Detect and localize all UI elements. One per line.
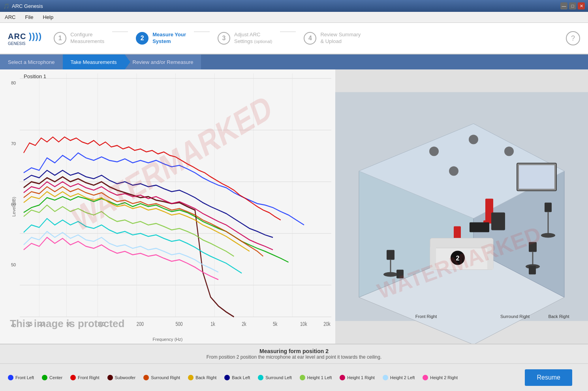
- legend-label: Back Left: [232, 375, 250, 380]
- legend-label: Subwoofer: [115, 375, 136, 380]
- legend-color-dot: [340, 375, 345, 380]
- arc-logo: ARC )))) GENESIS: [8, 31, 42, 46]
- step-2-label: Measure YourSystem: [152, 32, 186, 45]
- steps-container: 1 ConfigureMeasurements 2 Measure YourSy…: [54, 32, 566, 45]
- svg-point-33: [504, 147, 514, 156]
- legend-color-dot: [143, 375, 149, 380]
- legend-color-dot: [300, 375, 305, 380]
- main-content: Position 1 Level (dB) Frequency (Hz) 80 …: [0, 69, 588, 344]
- legend-item: Back Left: [224, 375, 250, 380]
- step-1-label: ConfigureMeasurements: [70, 32, 104, 45]
- subnav-select-microphone[interactable]: Select a Microphone: [0, 54, 63, 69]
- room-svg: 2 WATERMARKED Front Right Surround Right…: [335, 69, 588, 344]
- legend-item: Front Right: [70, 375, 99, 380]
- legend-color-dot: [42, 375, 47, 380]
- legend-item: Subwoofer: [107, 375, 136, 380]
- arc-logo-text: ARC )))): [8, 31, 42, 41]
- step-2-num: 2: [136, 32, 148, 45]
- svg-rect-39: [470, 223, 489, 232]
- step-divider-3: [280, 32, 296, 32]
- svg-text:200: 200: [137, 321, 144, 327]
- svg-text:Front Right: Front Right: [415, 314, 437, 319]
- app-icon: 🎵: [3, 3, 9, 9]
- close-button[interactable]: ✕: [578, 2, 585, 9]
- chart-area: Position 1 Level (dB) Frequency (Hz) 80 …: [0, 69, 335, 344]
- resume-button[interactable]: Resume: [525, 369, 572, 386]
- menubar: ARC File Help: [0, 12, 588, 23]
- legend-item: Center: [42, 375, 62, 380]
- step-3-label: Adjust ARCSettings (optional): [234, 32, 272, 45]
- titlebar-left: 🎵 ARC Genesis: [3, 3, 43, 9]
- menu-help[interactable]: Help: [41, 13, 55, 21]
- legend-label: Center: [49, 375, 62, 380]
- maximize-button[interactable]: □: [569, 2, 576, 9]
- y-tick-60: 60: [11, 202, 16, 207]
- protected-text: This image is protected: [10, 318, 124, 330]
- menu-file[interactable]: File: [23, 13, 35, 21]
- legend-item: Height 2 Right: [423, 375, 458, 380]
- legend-item: Back Right: [188, 375, 216, 380]
- svg-rect-40: [491, 213, 505, 230]
- svg-rect-56: [529, 266, 536, 275]
- legend-label: Height 2 Left: [390, 375, 415, 380]
- y-tick-80: 80: [11, 80, 16, 85]
- step-3: 3 Adjust ARCSettings (optional): [218, 32, 272, 45]
- svg-text:Surround Right: Surround Right: [500, 314, 530, 319]
- subnav-take-measurements[interactable]: Take Measurements: [63, 54, 125, 69]
- legend-color-dot: [258, 375, 263, 380]
- legend-item: Surround Right: [143, 375, 180, 380]
- step-3-num: 3: [218, 32, 230, 45]
- legend-item: Height 1 Left: [300, 375, 332, 380]
- legend-label: Front Left: [15, 375, 34, 380]
- legend-color-dot: [8, 375, 13, 380]
- legend-label: Front Right: [78, 375, 99, 380]
- step-4: 4 Review Summary& Upload: [304, 32, 361, 45]
- legend-label: Surround Right: [151, 375, 180, 380]
- legend-label: Height 1 Left: [307, 375, 332, 380]
- app-title: ARC Genesis: [12, 3, 43, 9]
- help-button[interactable]: ?: [566, 31, 580, 45]
- legend-color-dot: [107, 375, 113, 380]
- minimize-button[interactable]: —: [560, 2, 567, 9]
- titlebar-controls: — □ ✕: [560, 2, 585, 9]
- legend-item: Surround Left: [258, 375, 292, 380]
- y-tick-70: 70: [11, 141, 16, 146]
- svg-text:2k: 2k: [242, 321, 246, 327]
- measuring-detail: From position 2 position the microphone …: [207, 354, 382, 360]
- legend-color-dot: [423, 375, 428, 380]
- svg-text:WATERMARKED: WATERMARKED: [68, 87, 276, 239]
- legend-label: Height 1 Right: [347, 375, 375, 380]
- legend-item: Height 1 Right: [340, 375, 375, 380]
- menu-arc[interactable]: ARC: [3, 13, 17, 21]
- svg-text:5k: 5k: [273, 321, 278, 327]
- svg-text:20k: 20k: [323, 321, 331, 327]
- position-label: Position 1: [24, 73, 46, 79]
- step-4-num: 4: [304, 32, 316, 45]
- subnav: Select a Microphone Take Measurements Re…: [0, 54, 588, 69]
- svg-point-59: [541, 233, 555, 238]
- y-axis-ticks: 80 70 60 50 40: [11, 80, 16, 328]
- svg-rect-57: [545, 203, 552, 212]
- step-1: 1 ConfigureMeasurements: [54, 32, 104, 45]
- svg-text:500: 500: [176, 321, 183, 327]
- legend-color-dot: [70, 375, 76, 380]
- step-4-label: Review Summary& Upload: [320, 32, 361, 45]
- svg-text:Back Right: Back Right: [548, 314, 569, 319]
- arc-logo-sub: GENESIS: [8, 41, 42, 46]
- legend-color-dot: [224, 375, 230, 380]
- svg-point-32: [469, 135, 478, 144]
- svg-rect-43: [387, 250, 395, 260]
- legend-color-dot: [383, 375, 388, 380]
- stepbar: ARC )))) GENESIS 1 ConfigureMeasurements…: [0, 23, 588, 54]
- svg-rect-36: [519, 165, 554, 189]
- legend-bar: Front LeftCenterFront RightSubwooferSurr…: [0, 364, 588, 391]
- titlebar: 🎵 ARC Genesis — □ ✕: [0, 0, 588, 12]
- x-axis-label: Frequency (Hz): [153, 337, 183, 342]
- legend-label: Surround Left: [265, 375, 292, 380]
- step-divider-2: [194, 32, 210, 32]
- subnav-review-remeasure[interactable]: Review and/or Remeasure: [125, 54, 201, 69]
- legend-label: Height 2 Right: [430, 375, 458, 380]
- svg-text:1k: 1k: [210, 321, 215, 327]
- y-tick-50: 50: [11, 262, 16, 267]
- legend-color-dot: [188, 375, 193, 380]
